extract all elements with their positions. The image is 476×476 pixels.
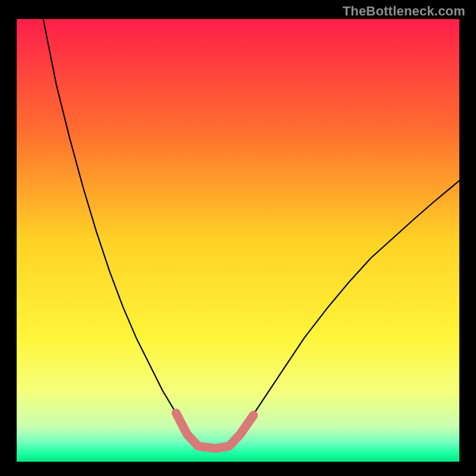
series-left-branch [43, 19, 187, 434]
chart-container: TheBottleneck.com [0, 0, 476, 476]
plot-area [17, 19, 459, 462]
highlight-band [176, 413, 253, 449]
series-right-branch [240, 181, 459, 434]
watermark-label: TheBottleneck.com [343, 4, 465, 19]
curve-layer [17, 19, 459, 462]
